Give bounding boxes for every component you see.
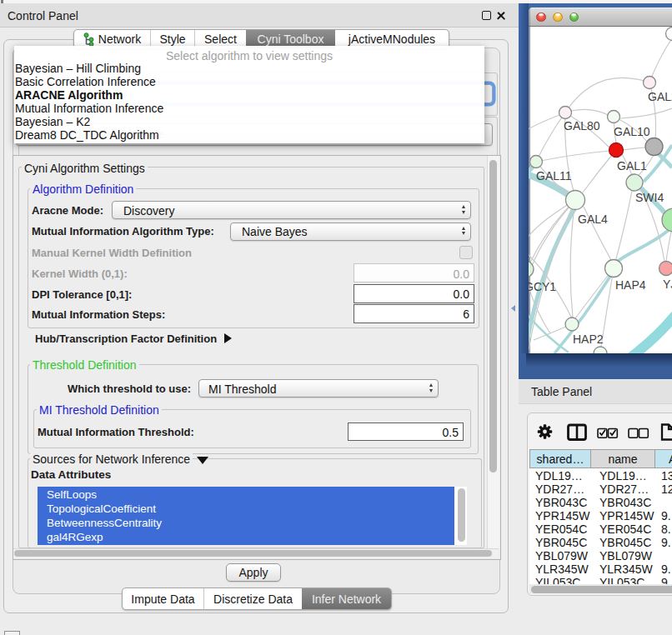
svg-text:GAL10: GAL10 — [614, 125, 650, 138]
svg-text:GAL1: GAL1 — [617, 159, 647, 172]
svg-text:HAP2: HAP2 — [573, 332, 604, 346]
svg-text:GAL2: GAL2 — [648, 90, 672, 103]
svg-text:GAL11: GAL11 — [536, 169, 572, 182]
svg-text:GAL80: GAL80 — [564, 119, 600, 132]
svg-text:GAL4: GAL4 — [578, 212, 608, 226]
svg-text:GCY1: GCY1 — [529, 280, 556, 293]
svg-text:HAP4: HAP4 — [615, 278, 646, 292]
svg-text:YJ: YJ — [663, 278, 672, 291]
svg-text:SWI4: SWI4 — [635, 191, 664, 204]
